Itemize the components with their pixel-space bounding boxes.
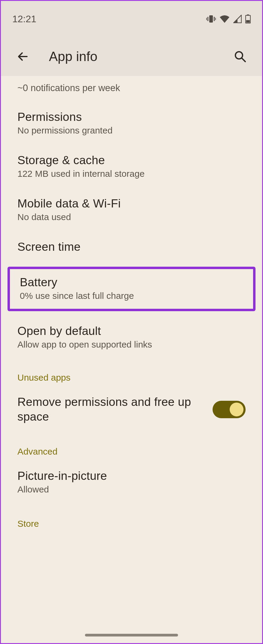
svg-rect-3 (206, 18, 207, 20)
item-title: Picture-in-picture (17, 469, 246, 483)
storage-cache-item[interactable]: Storage & cache 122 MB used in internal … (1, 145, 262, 188)
screen-time-item[interactable]: Screen time (1, 231, 262, 262)
item-subtitle: 122 MB used in internal storage (17, 169, 246, 179)
wifi-icon (219, 15, 230, 23)
battery-icon (245, 14, 251, 23)
remove-permissions-toggle[interactable] (213, 401, 246, 418)
item-title: Open by default (17, 324, 246, 338)
section-store: Store (1, 504, 262, 532)
svg-rect-1 (207, 17, 208, 21)
toggle-knob (230, 403, 243, 416)
battery-item[interactable]: Battery 0% use since last full charge (8, 267, 255, 311)
navigation-handle[interactable] (85, 634, 178, 636)
open-by-default-item[interactable]: Open by default Allow app to open suppor… (1, 315, 262, 359)
svg-point-8 (235, 52, 243, 59)
item-title: Battery (20, 276, 243, 289)
cell-signal-icon (233, 15, 242, 23)
svg-rect-2 (214, 17, 215, 21)
svg-rect-0 (209, 15, 213, 23)
status-icons (206, 14, 251, 23)
settings-list: ~0 notifications per week Permissions No… (1, 76, 262, 643)
item-title: Remove permissions and free up space (17, 395, 204, 424)
item-title: Storage & cache (17, 154, 246, 167)
status-time: 12:21 (12, 14, 36, 25)
item-subtitle: 0% use since last full charge (20, 291, 243, 301)
vibrate-icon (206, 15, 216, 23)
section-advanced: Advanced (1, 433, 262, 460)
item-subtitle: Allow app to open supported links (17, 339, 246, 350)
screen-frame: 12:21 App info (0, 0, 263, 644)
svg-line-9 (242, 58, 245, 62)
status-bar: 12:21 (1, 1, 262, 37)
picture-in-picture-item[interactable]: Picture-in-picture Allowed (1, 460, 262, 504)
mobile-data-wifi-item[interactable]: Mobile data & Wi-Fi No data used (1, 188, 262, 231)
item-subtitle: No data used (17, 212, 246, 222)
item-title: Mobile data & Wi-Fi (17, 197, 246, 210)
section-unused-apps: Unused apps (1, 359, 262, 386)
app-bar: App info (1, 37, 262, 76)
search-button[interactable] (230, 46, 251, 67)
item-subtitle: Allowed (17, 484, 246, 495)
page-title: App info (49, 49, 230, 64)
remove-permissions-item[interactable]: Remove permissions and free up space (1, 386, 262, 433)
item-title: Permissions (17, 110, 246, 124)
notifications-summary[interactable]: ~0 notifications per week (1, 79, 262, 101)
search-icon (234, 50, 246, 63)
item-title: Screen time (17, 240, 246, 253)
svg-rect-7 (246, 20, 250, 23)
svg-rect-4 (215, 18, 216, 20)
back-button[interactable] (12, 46, 33, 67)
arrow-left-icon (16, 50, 29, 63)
item-subtitle: No permissions granted (17, 125, 246, 136)
permissions-item[interactable]: Permissions No permissions granted (1, 101, 262, 145)
